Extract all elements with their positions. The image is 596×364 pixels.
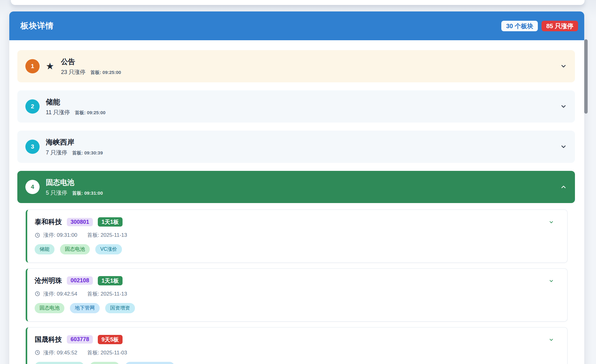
- rank-badge: 2: [25, 99, 40, 114]
- chevron-down-icon[interactable]: [560, 63, 567, 70]
- concept-tag[interactable]: 固态电池: [35, 303, 64, 313]
- sector-row[interactable]: 4 ★ 固态电池 5 只涨停 首板: 09:31:00: [17, 171, 575, 203]
- sector-name: 固态电池: [46, 178, 554, 187]
- rank-badge: 4: [25, 180, 40, 194]
- sector-info: 储能 11 只涨停 首板: 09:25:00: [46, 97, 554, 116]
- stock-header: 泰和科技 300801 1天1板: [35, 217, 559, 227]
- rank-badge: 1: [25, 59, 40, 73]
- stock-name: 泰和科技: [35, 217, 62, 227]
- streak-badge: 1天1板: [98, 276, 123, 285]
- scrollbar-thumb[interactable]: [584, 39, 588, 114]
- limit-up-time: 涨停: 09:45:52: [43, 349, 77, 356]
- stock-name: 国晟科技: [35, 335, 62, 344]
- sector-row[interactable]: 2 ★ 储能 11 只涨停 首板: 09:25:00: [17, 90, 575, 123]
- limit-up-count-badge: 85 只涨停: [542, 21, 578, 31]
- rank-badge: 3: [25, 140, 40, 154]
- sector-subline: 5 只涨停 首板: 09:31:00: [46, 189, 554, 197]
- concept-tag-row: 储能 固态电池 VC涨价: [35, 244, 559, 254]
- page-title: 板块详情: [20, 20, 54, 31]
- sector-list: 1 ★ 公告 23 只涨停 首板: 09:25:00 2 ★ 储能 11 只涨停…: [9, 40, 584, 364]
- first-board-date: 首板: 2025-11-13: [87, 232, 127, 239]
- limit-up-count: 23 只涨停: [61, 68, 85, 76]
- chevron-down-icon[interactable]: [549, 337, 554, 342]
- concept-tag[interactable]: 地下管网: [70, 303, 100, 313]
- clock-icon: [35, 350, 40, 355]
- sector-row[interactable]: 3 ★ 海峡西岸 7 只涨停 首板: 09:30:39: [17, 131, 575, 163]
- header-badges: 30 个板块 85 只涨停: [501, 21, 578, 31]
- stock-card[interactable]: 泰和科技 300801 1天1板 涨停: 09:31:00 首板: 2025-1…: [26, 210, 568, 263]
- first-board-time: 首板: 09:25:00: [90, 70, 121, 76]
- first-board-time: 首板: 09:31:00: [72, 190, 103, 196]
- sector-name: 储能: [46, 97, 554, 107]
- chevron-down-icon[interactable]: [549, 279, 554, 283]
- stock-card[interactable]: 沧州明珠 002108 1天1板 涨停: 09:42:54 首板: 2025-1…: [26, 268, 568, 322]
- stock-code-badge: 002108: [67, 276, 93, 285]
- chevron-down-icon[interactable]: [549, 220, 554, 224]
- sector-subline: 11 只涨停 首板: 09:25:00: [46, 109, 554, 116]
- stock-header: 沧州明珠 002108 1天1板: [35, 276, 559, 285]
- first-board-date: 首板: 2025-11-03: [87, 349, 127, 356]
- concept-tag[interactable]: VC涨价: [95, 244, 122, 254]
- sector-subline: 23 只涨停 首板: 09:25:00: [61, 68, 554, 76]
- concept-tag-row: 固态电池 地下管网 国资增资: [35, 303, 559, 313]
- stock-header: 国晟科技 603778 9天5板: [35, 335, 559, 344]
- clock-icon: [35, 232, 40, 238]
- stock-code-badge: 603778: [67, 335, 93, 344]
- first-board-time: 首板: 09:30:39: [72, 150, 103, 156]
- stock-info-line: 涨停: 09:31:00 首板: 2025-11-13: [35, 232, 559, 239]
- chevron-down-icon[interactable]: [560, 143, 567, 150]
- limit-up-count: 11 只涨停: [46, 109, 70, 116]
- streak-badge: 9天5板: [98, 335, 123, 344]
- concept-tag[interactable]: 海上风电: [90, 362, 119, 364]
- first-board-date: 首板: 2025-11-13: [87, 290, 127, 297]
- concept-tag[interactable]: 固态电池: [60, 244, 90, 254]
- limit-up-time: 涨停: 09:31:00: [43, 232, 77, 239]
- sector-subline: 7 只涨停 首板: 09:30:39: [46, 149, 554, 156]
- previous-card-edge: [11, 0, 585, 5]
- concept-tag[interactable]: 先进光伏中试平台: [35, 362, 84, 364]
- concept-tag[interactable]: 国资增资: [105, 303, 135, 313]
- concept-tag-row: 先进光伏中试平台 海上风电 绿色低碳示范工程: [35, 362, 559, 364]
- panel-header: 板块详情 30 个板块 85 只涨停: [9, 11, 584, 40]
- stock-info-line: 涨停: 09:42:54 首板: 2025-11-13: [35, 290, 559, 297]
- clock-icon: [35, 291, 40, 297]
- sector-count-badge: 30 个板块: [501, 21, 538, 31]
- first-board-time: 首板: 09:25:00: [75, 110, 106, 116]
- sector-name: 海峡西岸: [46, 137, 554, 147]
- sector-info: 固态电池 5 只涨停 首板: 09:31:00: [46, 178, 554, 197]
- sector-info: 公告 23 只涨停 首板: 09:25:00: [61, 57, 554, 76]
- limit-up-count: 7 只涨停: [46, 149, 67, 156]
- stock-list: 泰和科技 300801 1天1板 涨停: 09:31:00 首板: 2025-1…: [26, 210, 568, 364]
- limit-up-count: 5 只涨停: [46, 189, 67, 197]
- star-icon[interactable]: ★: [46, 62, 54, 71]
- concept-tag[interactable]: 储能: [35, 244, 54, 254]
- stock-info-line: 涨停: 09:45:52 首板: 2025-11-03: [35, 349, 559, 356]
- concept-tag[interactable]: 绿色低碳示范工程: [125, 362, 175, 364]
- chevron-down-icon[interactable]: [560, 103, 567, 110]
- stock-name: 沧州明珠: [35, 276, 62, 285]
- sector-name: 公告: [61, 57, 554, 67]
- streak-badge: 1天1板: [98, 217, 123, 227]
- sector-info: 海峡西岸 7 只涨停 首板: 09:30:39: [46, 137, 554, 156]
- stock-code-badge: 300801: [67, 218, 93, 226]
- limit-up-time: 涨停: 09:42:54: [43, 290, 77, 297]
- sector-row[interactable]: 1 ★ 公告 23 只涨停 首板: 09:25:00: [17, 50, 575, 82]
- stock-card[interactable]: 国晟科技 603778 9天5板 涨停: 09:45:52 首板: 2025-1…: [26, 327, 568, 364]
- chevron-up-icon[interactable]: [560, 184, 567, 190]
- sector-detail-panel: 板块详情 30 个板块 85 只涨停 1 ★ 公告 23 只涨停 首板: 09:…: [9, 11, 584, 364]
